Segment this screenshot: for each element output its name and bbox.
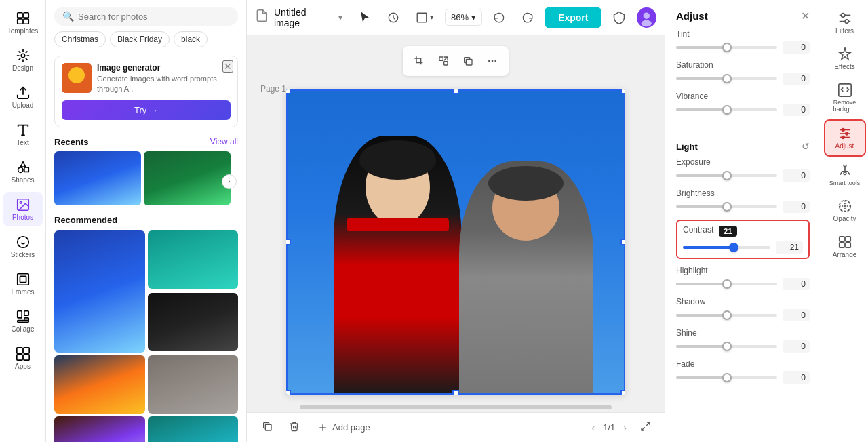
photo-item[interactable]	[148, 293, 239, 351]
image-generator-text: Image generator Generate images with wor…	[97, 63, 231, 95]
sidebar-item-stickers[interactable]: Stickers	[3, 229, 43, 264]
close-banner-button[interactable]: ✕	[222, 60, 233, 73]
sidebar-item-design[interactable]: Design	[3, 43, 43, 77]
tint-slider[interactable]	[676, 46, 777, 49]
top-bar: Untitled image ▾ ▾ 86% ▾ Export	[247, 0, 665, 35]
icon-bar-opacity[interactable]: Opacity	[824, 193, 866, 228]
shine-slider[interactable]	[676, 345, 777, 348]
doc-caret-icon: ▾	[338, 13, 342, 22]
timer-button[interactable]	[382, 7, 405, 28]
canvas[interactable]: ↻	[286, 89, 625, 395]
delete-page-button[interactable]	[285, 418, 304, 437]
try-button[interactable]: Try →	[62, 100, 231, 120]
photo-item[interactable]	[54, 230, 145, 353]
canvas-wrapper[interactable]: Page 1	[247, 79, 665, 405]
sidebar-item-upload[interactable]: Upload	[3, 80, 43, 115]
svg-rect-14	[20, 276, 26, 282]
svg-point-40	[845, 20, 849, 24]
svg-rect-34	[265, 424, 271, 430]
photos-panel: 🔍 Christmas Black Friday black ✕ Image g…	[46, 0, 247, 442]
exposure-value: 0	[783, 169, 810, 182]
document-icon	[255, 9, 269, 26]
view-all-button[interactable]: View all	[210, 137, 238, 146]
svg-rect-1	[23, 13, 28, 18]
light-reset-button[interactable]: ↺	[802, 141, 810, 152]
contrast-slider[interactable]	[683, 246, 770, 249]
icon-bar-arrange[interactable]: Arrange	[824, 229, 866, 264]
photo-item[interactable]	[148, 355, 239, 414]
expand-button[interactable]	[637, 418, 654, 437]
shield-icon-button[interactable]	[607, 7, 631, 28]
search-box[interactable]: 🔍	[54, 7, 238, 26]
shadow-slider[interactable]	[676, 314, 777, 317]
adjust-close-button[interactable]: ✕	[801, 9, 810, 22]
zoom-control[interactable]: 86% ▾	[445, 9, 482, 26]
crop-tool-button[interactable]	[408, 50, 430, 72]
photo-item[interactable]	[54, 416, 145, 442]
contrast-row: Contrast 21 21	[676, 220, 810, 259]
recent-photo-1[interactable]	[54, 151, 141, 205]
photo-item[interactable]	[54, 355, 145, 414]
icon-bar-effects[interactable]: Effects	[824, 41, 866, 76]
more-options-button[interactable]	[481, 50, 503, 72]
svg-rect-29	[444, 62, 448, 65]
view-button[interactable]: ▾	[410, 7, 439, 28]
icon-bar-filters[interactable]: Filters	[824, 5, 866, 40]
svg-rect-57	[845, 243, 850, 247]
icon-bar-adjust[interactable]: Adjust	[824, 119, 866, 157]
duplicate-tool-button[interactable]	[457, 50, 479, 72]
svg-line-37	[646, 422, 650, 426]
highlight-slider[interactable]	[676, 283, 777, 285]
fade-slider[interactable]	[676, 376, 777, 379]
sidebar-item-frames[interactable]: Frames	[3, 266, 43, 301]
recents-next-button[interactable]: ›	[222, 174, 237, 189]
svg-rect-55	[845, 237, 850, 241]
cursor-tool-button[interactable]	[353, 7, 376, 28]
vibrance-value: 0	[783, 104, 810, 116]
icon-bar: Filters Effects Remove backgr... Adjust …	[821, 0, 868, 442]
adjust-panel-header: Adjust ✕	[665, 0, 821, 29]
left-sidebar: Templates Design Upload Text Shapes Phot…	[0, 0, 46, 442]
sidebar-item-shapes[interactable]: Shapes	[3, 155, 43, 189]
photo-item[interactable]	[148, 416, 239, 442]
adjust-top-section: Tint 0 Saturation 0 Vibrance	[665, 29, 821, 131]
svg-rect-24	[417, 13, 427, 22]
undo-button[interactable]	[488, 7, 511, 28]
svg-rect-16	[24, 311, 28, 315]
svg-rect-2	[17, 19, 22, 24]
sidebar-item-photos[interactable]: Photos	[3, 192, 43, 226]
next-page-button[interactable]: ›	[620, 420, 629, 436]
tags-row: Christmas Black Friday black	[46, 31, 246, 53]
add-page-button[interactable]: Add page	[312, 420, 376, 436]
recent-photo-2[interactable]	[144, 151, 231, 205]
brightness-slider[interactable]	[676, 205, 777, 208]
icon-bar-smart-tools[interactable]: Smart tools	[824, 158, 866, 192]
svg-rect-22	[23, 355, 28, 360]
sidebar-item-text[interactable]: Text	[3, 117, 43, 152]
replace-tool-button[interactable]	[433, 50, 454, 72]
export-button[interactable]: Export	[545, 7, 601, 28]
document-title: Untitled image	[274, 7, 332, 28]
shadow-row: Shadow 0	[676, 297, 810, 321]
photo-item[interactable]	[148, 230, 239, 289]
icon-bar-remove-bg[interactable]: Remove backgr...	[824, 77, 866, 118]
tag-black[interactable]: black	[174, 31, 208, 47]
horizontal-scrollbar[interactable]	[247, 405, 665, 409]
page-navigation: ‹ 1/1 ›	[589, 420, 629, 436]
copy-page-button[interactable]	[258, 418, 277, 437]
sidebar-item-collage[interactable]: Collage	[3, 304, 43, 338]
redo-button[interactable]	[516, 7, 539, 28]
prev-page-button[interactable]: ‹	[589, 420, 598, 436]
saturation-slider[interactable]	[676, 77, 777, 80]
search-input[interactable]	[78, 12, 230, 22]
sidebar-item-apps[interactable]: Apps	[3, 341, 43, 376]
sidebar-item-templates[interactable]: Templates	[3, 5, 43, 40]
user-avatar[interactable]	[637, 7, 656, 28]
svg-point-26	[644, 12, 650, 19]
tag-black-friday[interactable]: Black Friday	[110, 31, 170, 47]
svg-rect-56	[839, 243, 844, 247]
exposure-slider[interactable]	[676, 174, 777, 177]
tag-christmas[interactable]: Christmas	[54, 31, 106, 47]
vibrance-slider[interactable]	[676, 108, 777, 111]
svg-rect-54	[839, 237, 844, 241]
